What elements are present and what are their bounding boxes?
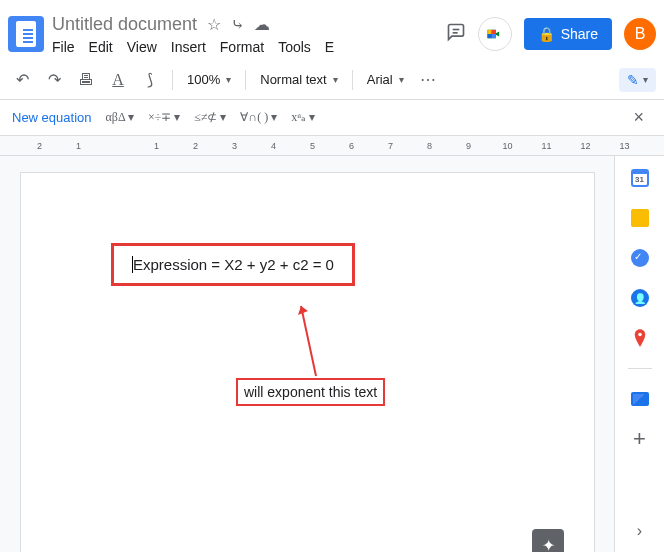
document-title[interactable]: Untitled document [52, 14, 197, 35]
style-dropdown[interactable]: Normal text [254, 72, 343, 87]
relations-dropdown[interactable]: ≤≠⊄ ▾ [194, 110, 226, 125]
ruler-mark: 7 [371, 141, 410, 151]
annotation-callout-box: will exponent this text [236, 378, 385, 406]
ruler-mark: 1 [137, 141, 176, 151]
ruler-mark: 5 [293, 141, 332, 151]
keep-icon[interactable] [630, 208, 650, 228]
font-dropdown[interactable]: Arial [361, 72, 410, 87]
meet-icon[interactable] [478, 17, 512, 51]
editing-mode-dropdown[interactable]: ✎ ▾ [619, 68, 656, 92]
inbox-icon[interactable] [630, 389, 650, 409]
move-icon[interactable]: ⤷ [231, 15, 244, 34]
menu-format[interactable]: Format [220, 39, 264, 55]
spellcheck-icon[interactable]: A [104, 66, 132, 94]
ruler-mark: 2 [176, 141, 215, 151]
logic-dropdown[interactable]: ∀∩( ) ▾ [240, 110, 277, 125]
title-area: Untitled document ☆ ⤷ ☁ File Edit View I… [52, 14, 446, 55]
print-icon[interactable]: 🖶 [72, 66, 100, 94]
share-button[interactable]: 🔒 Share [524, 18, 612, 50]
redo-icon[interactable]: ↷ [40, 66, 68, 94]
explore-button[interactable]: ✦ [532, 529, 564, 552]
svg-line-2 [301, 306, 316, 376]
equation-toolbar: New equation αβΔ ▾ ×÷∓ ▾ ≤≠⊄ ▾ ∀∩( ) ▾ x… [0, 100, 664, 136]
ruler[interactable]: 2 1 1 2 3 4 5 6 7 8 9 10 11 12 13 [0, 136, 664, 156]
menu-extensions-truncated[interactable]: E [325, 39, 334, 55]
menu-view[interactable]: View [127, 39, 157, 55]
callout-text: will exponent this text [244, 384, 377, 400]
document-canvas[interactable]: Expression = X2 + y2 + c2 = 0 will expon… [0, 156, 614, 552]
separator [628, 368, 652, 369]
header: Untitled document ☆ ⤷ ☁ File Edit View I… [0, 0, 664, 60]
menu-edit[interactable]: Edit [89, 39, 113, 55]
ruler-mark: 13 [605, 141, 644, 151]
collapse-panel-icon[interactable]: › [637, 522, 642, 540]
contacts-icon[interactable] [630, 288, 650, 308]
lock-icon: 🔒 [538, 26, 555, 42]
svg-point-4 [638, 333, 642, 337]
workspace: Expression = X2 + y2 + c2 = 0 will expon… [0, 156, 664, 552]
greek-letters-dropdown[interactable]: αβΔ ▾ [106, 110, 134, 125]
star-icon[interactable]: ☆ [207, 15, 221, 34]
ruler-mark: 2 [20, 141, 59, 151]
script-dropdown[interactable]: xⁿₐ ▾ [291, 110, 315, 125]
undo-icon[interactable]: ↶ [8, 66, 36, 94]
pencil-icon: ✎ [627, 72, 639, 88]
ruler-mark: 11 [527, 141, 566, 151]
paint-format-icon[interactable]: ⟆ [136, 66, 164, 94]
chevron-down-icon: ▾ [643, 74, 648, 85]
ruler-mark: 4 [254, 141, 293, 151]
menu-insert[interactable]: Insert [171, 39, 206, 55]
share-label: Share [561, 26, 598, 42]
operators-dropdown[interactable]: ×÷∓ ▾ [148, 110, 180, 125]
annotation-highlight-box: Expression = X2 + y2 + c2 = 0 [111, 243, 355, 286]
page[interactable]: Expression = X2 + y2 + c2 = 0 will expon… [20, 172, 595, 552]
add-on-plus-icon[interactable]: + [630, 429, 650, 449]
ruler-mark: 3 [215, 141, 254, 151]
comment-history-icon[interactable] [446, 22, 466, 47]
more-toolbar-icon[interactable]: ⋯ [414, 66, 442, 94]
ruler-mark: 12 [566, 141, 605, 151]
ruler-mark: 8 [410, 141, 449, 151]
calendar-icon[interactable]: 31 [630, 168, 650, 188]
ruler-mark: 10 [488, 141, 527, 151]
annotation-arrow-icon [296, 301, 326, 385]
docs-logo-icon[interactable] [8, 16, 44, 52]
toolbar: ↶ ↷ 🖶 A ⟆ 100% Normal text Arial ⋯ ✎ ▾ [0, 60, 664, 100]
explore-icon: ✦ [542, 536, 555, 553]
ruler-mark: 1 [59, 141, 98, 151]
zoom-dropdown[interactable]: 100% [181, 72, 237, 87]
menu-tools[interactable]: Tools [278, 39, 311, 55]
cloud-icon[interactable]: ☁ [254, 15, 270, 34]
user-avatar[interactable]: B [624, 18, 656, 50]
expression-text[interactable]: Expression = X2 + y2 + c2 = 0 [132, 256, 334, 273]
maps-icon[interactable] [630, 328, 650, 348]
close-equation-bar-icon[interactable]: × [625, 107, 652, 128]
new-equation-button[interactable]: New equation [12, 110, 92, 125]
separator [245, 70, 246, 90]
ruler-mark: 6 [332, 141, 371, 151]
separator [172, 70, 173, 90]
menu-file[interactable]: File [52, 39, 75, 55]
menu-bar: File Edit View Insert Format Tools E [52, 39, 446, 55]
tasks-icon[interactable] [630, 248, 650, 268]
side-panel: 31 + › [614, 156, 664, 552]
separator [352, 70, 353, 90]
ruler-mark: 9 [449, 141, 488, 151]
